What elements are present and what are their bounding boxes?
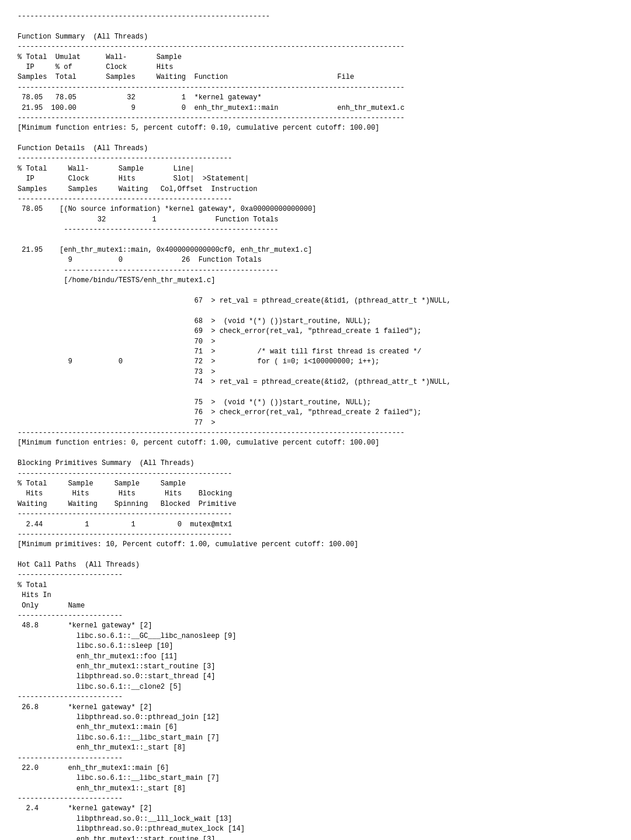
code-output: ----------------------------------------…	[18, 12, 578, 840]
main-content: ----------------------------------------…	[18, 12, 578, 840]
